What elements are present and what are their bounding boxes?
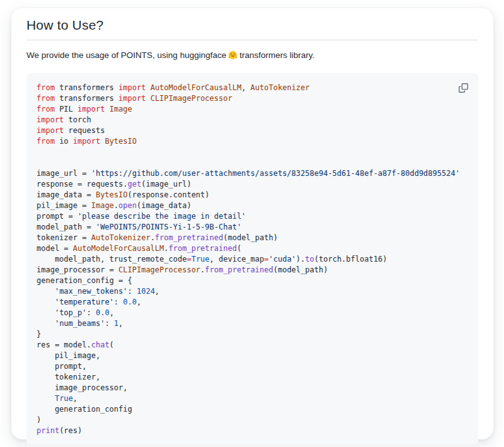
- code-line: 'top_p': 0.0,: [37, 308, 468, 318]
- code-line: response = requests.get(image_url): [37, 179, 468, 190]
- code-line: from io import BytesIO: [37, 136, 468, 147]
- code-token: [37, 319, 55, 328]
- code-token: import: [77, 105, 105, 113]
- code-token: from: [37, 83, 55, 92]
- code-token: :: [128, 287, 137, 296]
- code-block: from transformers import AutoModelForCau…: [26, 73, 478, 444]
- code-line: model = AutoModelForCausalLM.from_pretra…: [37, 243, 468, 254]
- code-token: tokenizer,: [37, 373, 100, 381]
- code-token: [37, 308, 55, 317]
- code-line: 'num_beams': 1,: [37, 318, 468, 329]
- code-token: 'please describe the image in detail': [77, 212, 246, 221]
- code-token: image_data =: [37, 190, 96, 199]
- code-line: from PIL import Image: [37, 104, 468, 115]
- code-token: res = model.: [37, 340, 91, 349]
- code-token: AutoTokenizer: [91, 233, 151, 242]
- code-line: }: [37, 329, 468, 340]
- code-line: from transformers import AutoModelForCau…: [37, 83, 468, 93]
- code-token: from_pretrained: [155, 233, 223, 242]
- code-lines: from transformers import AutoModelForCau…: [37, 83, 468, 436]
- code-token: :: [105, 319, 113, 328]
- code-token: (response.content): [128, 190, 210, 199]
- code-token: from_pretrained: [205, 265, 273, 274]
- code-token: print: [37, 426, 59, 435]
- code-token: ,: [137, 298, 141, 306]
- code-token: Image: [110, 105, 132, 113]
- code-line: image_data = BytesIO(response.content): [37, 190, 468, 200]
- code-token: BytesIO: [96, 190, 128, 199]
- code-token: from: [37, 137, 55, 146]
- code-token: BytesIO: [105, 137, 137, 146]
- code-token: [37, 298, 55, 306]
- code-token: 0.0: [123, 298, 137, 306]
- code-line: generation_config: [37, 404, 468, 415]
- code-token: ,: [155, 287, 159, 296]
- code-token: 'https://github.com/user-attachments/ass…: [91, 169, 460, 178]
- code-line: import requests: [37, 125, 468, 136]
- code-token: model_path, trust_remote_code: [37, 255, 186, 264]
- code-line: from transformers import CLIPImageProces…: [37, 93, 468, 104]
- code-token: AutoModelForCausalLM: [151, 83, 242, 92]
- code-token: [105, 105, 109, 113]
- code-token: (image_url): [141, 180, 191, 189]
- code-line: print(res): [37, 426, 468, 436]
- code-token: requests: [64, 126, 105, 135]
- code-token: (res): [59, 426, 82, 435]
- code-line: prompt,: [37, 361, 468, 372]
- code-token: chat: [91, 340, 110, 349]
- code-token: open: [118, 201, 137, 210]
- code-token: True: [192, 255, 210, 264]
- intro-text: We provide the usage of POINTS, using hu…: [26, 50, 478, 63]
- code-line: model_path = 'WePOINTS/POINTS-Yi-1-5-9B-…: [37, 222, 468, 233]
- code-token: transformers: [55, 94, 118, 103]
- code-token: (torch.bfloat16): [314, 255, 387, 264]
- code-token: PIL: [55, 105, 77, 113]
- code-token: from_pretrained: [169, 244, 237, 253]
- code-token: generation_config = {: [37, 276, 132, 285]
- code-line: tokenizer = AutoTokenizer.from_pretraine…: [37, 233, 468, 243]
- code-line: ): [37, 415, 468, 426]
- code-token: image_processor,: [37, 383, 128, 392]
- code-line: image_processor,: [37, 383, 468, 393]
- code-line: pil_image = Image.open(image_data): [37, 200, 468, 211]
- page: How to Use? We provide the usage of POIN…: [0, 0, 504, 447]
- code-token: import: [37, 126, 64, 135]
- code-token: response = requests.: [37, 180, 128, 189]
- copy-code-button[interactable]: [456, 81, 470, 95]
- copy-icon: [459, 83, 468, 93]
- code-token: [146, 94, 150, 103]
- code-line: [37, 147, 468, 158]
- code-token: model_path =: [37, 223, 96, 231]
- code-token: Image: [91, 201, 114, 210]
- code-token: image_processor =: [37, 265, 118, 274]
- code-token: generation_config: [37, 405, 132, 414]
- code-line: [37, 158, 468, 168]
- code-line: import torch: [37, 115, 468, 125]
- code-line: generation_config = {: [37, 276, 468, 286]
- code-token: .: [114, 201, 118, 210]
- code-token: [37, 394, 55, 403]
- code-token: CLIPImageProcessor: [151, 94, 232, 103]
- code-token: io: [55, 137, 73, 146]
- code-token: ,: [241, 83, 250, 92]
- code-token: torch: [64, 115, 91, 124]
- code-token: .: [164, 244, 168, 253]
- code-line: image_url = 'https://github.com/user-att…: [37, 168, 468, 179]
- code-token: ,: [118, 319, 123, 328]
- code-token: 1: [114, 319, 118, 328]
- code-token: transformers: [55, 83, 118, 92]
- code-line: model_path, trust_remote_code=True, devi…: [37, 254, 468, 265]
- code-token: prompt,: [37, 362, 86, 371]
- code-token: 'cuda': [269, 255, 296, 264]
- code-token: 'WePOINTS/POINTS-Yi-1-5-9B-Chat': [96, 223, 241, 231]
- code-line: 'max_new_tokens': 1024,: [37, 286, 468, 297]
- code-token: from: [37, 105, 55, 113]
- code-line: 'temperature': 0.0,: [37, 297, 468, 308]
- code-token: get: [128, 180, 142, 189]
- code-token: :: [86, 308, 95, 317]
- code-token: [146, 83, 150, 92]
- page-title: How to Use?: [26, 16, 478, 40]
- code-token: import: [37, 115, 64, 124]
- code-token: 'max_new_tokens': [55, 287, 128, 296]
- code-line: res = model.chat(: [37, 340, 468, 351]
